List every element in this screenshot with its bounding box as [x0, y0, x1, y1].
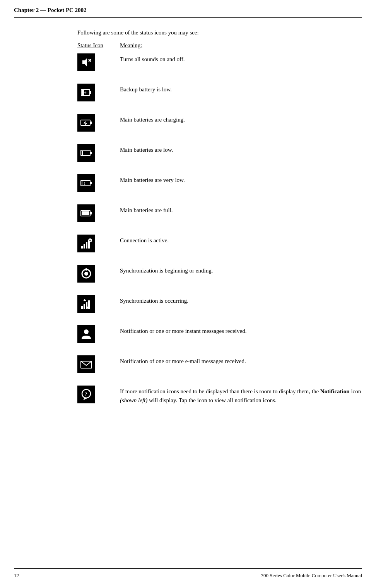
svg-rect-29	[86, 242, 87, 249]
battery-low-svg	[79, 146, 93, 160]
svg-rect-19	[90, 182, 92, 184]
svg-text:?: ?	[85, 391, 87, 397]
charging-svg	[79, 116, 93, 130]
overflow-text-middle: icon	[350, 388, 361, 394]
overflow-text-after: will display. Tap the icon to view all n…	[147, 397, 276, 403]
status-row-charging: Main batteries are charging.	[77, 112, 362, 135]
content-area: Following are some of the status icons y…	[0, 18, 376, 437]
svg-text:+: +	[89, 238, 91, 243]
icon-cell-battery-low	[77, 142, 112, 162]
status-row-sync-occurring: Synchronization is occurring.	[77, 293, 362, 317]
main-battery-low-icon	[77, 144, 95, 162]
col-icon-header: Status Icon	[77, 42, 112, 49]
icon-cell-overflow: ?	[77, 384, 112, 403]
icon-cell-sound	[77, 52, 112, 71]
sync-occurring-svg	[79, 297, 93, 311]
status-row-backup-battery: + Backup battery is low.	[77, 82, 362, 105]
overflow-text-bold: Notification	[320, 388, 350, 394]
meaning-battery-low: Main batteries are low.	[112, 142, 362, 154]
main-battery-full-icon	[77, 204, 95, 222]
overflow-text-italic: (shown left)	[120, 397, 147, 403]
svg-rect-46	[79, 357, 93, 371]
svg-rect-28	[84, 244, 85, 249]
icon-cell-battery-very-low: !	[77, 173, 112, 192]
footer-manual-title: 700 Series Color Mobile Computer User's …	[261, 573, 362, 579]
status-row-overflow: ? If more notification icons need to be …	[77, 384, 362, 407]
meaning-sound: Turns all sounds on and off.	[112, 52, 362, 64]
status-row-notification-msg: Notification or one or more instant mess…	[77, 324, 362, 347]
sound-toggle-icon	[77, 53, 95, 71]
status-row-battery-low: Main batteries are low.	[77, 142, 362, 166]
status-row-battery-full: Main batteries are full.	[77, 203, 362, 226]
icon-cell-charging	[77, 112, 112, 132]
sync-occurring-icon	[77, 295, 95, 313]
icon-cell-notification-msg	[77, 324, 112, 343]
connection-svg: +	[79, 237, 93, 250]
status-row-sync-begin: Synchronization is beginning or ending.	[77, 263, 362, 286]
overflow-text-before: If more notification icons need to be di…	[120, 388, 320, 394]
meaning-battery-full: Main batteries are full.	[112, 203, 362, 215]
notification-msg-svg	[79, 327, 93, 341]
em-dash: —	[39, 7, 48, 13]
icon-cell-connection: +	[77, 233, 112, 252]
status-row-sound: Turns all sounds on and off.	[77, 52, 362, 75]
icon-cell-email	[77, 354, 112, 373]
meaning-battery-very-low: Main batteries are very low.	[112, 173, 362, 185]
col-meaning-header: Meaning:	[112, 42, 362, 49]
svg-point-36	[85, 268, 87, 271]
status-row-battery-very-low: ! Main batteries are very low.	[77, 173, 362, 196]
status-table: Status Icon Meaning: Turns all sounds on…	[77, 42, 362, 407]
svg-point-35	[84, 272, 88, 276]
icon-cell-sync-occurring	[77, 293, 112, 313]
footer-page-number: 12	[14, 573, 19, 579]
footer-divider	[14, 568, 362, 569]
svg-rect-39	[84, 304, 85, 309]
svg-text:!: !	[84, 180, 85, 186]
email-notification-icon	[77, 355, 95, 373]
meaning-backup-battery: Backup battery is low.	[112, 82, 362, 94]
status-row-connection: + Connection is active.	[77, 233, 362, 256]
page-footer: 12 700 Series Color Mobile Computer User…	[0, 573, 376, 579]
meaning-charging: Main batteries are charging.	[112, 112, 362, 124]
svg-rect-6	[90, 91, 91, 94]
chapter-title: Chapter 2 — Pocket PC 2002	[14, 7, 87, 14]
svg-rect-16	[82, 151, 83, 155]
svg-rect-25	[82, 211, 89, 215]
status-row-email: Notification of one or more e-mail messa…	[77, 354, 362, 377]
svg-rect-15	[90, 152, 92, 154]
meaning-notification-msg: Notification or one or more instant mess…	[112, 324, 362, 336]
chapter-label: Chapter 2	[14, 7, 39, 13]
chapter-section-title: Pocket PC 2002	[48, 7, 87, 13]
meaning-overflow: If more notification icons need to be di…	[112, 384, 362, 405]
svg-rect-11	[90, 122, 92, 124]
svg-rect-27	[81, 246, 83, 249]
battery-very-low-svg: !	[79, 176, 93, 190]
sound-icon-svg	[79, 55, 93, 69]
svg-point-45	[84, 329, 89, 334]
meaning-sync-occurring: Synchronization is occurring.	[112, 293, 362, 305]
sync-beginning-ending-icon	[77, 265, 95, 283]
connection-active-icon: +	[77, 235, 95, 252]
icon-cell-sync-begin	[77, 263, 112, 283]
svg-rect-38	[81, 306, 83, 309]
icon-cell-battery-full	[77, 203, 112, 222]
intro-paragraph: Following are some of the status icons y…	[77, 29, 362, 36]
sync-begin-svg	[79, 267, 93, 281]
svg-rect-24	[90, 212, 92, 214]
meaning-connection: Connection is active.	[112, 233, 362, 245]
overflow-svg: ?	[79, 387, 93, 401]
table-header: Status Icon Meaning:	[77, 42, 362, 49]
battery-full-svg	[79, 206, 93, 220]
backup-battery-low-icon: +	[77, 84, 95, 101]
meaning-sync-begin: Synchronization is beginning or ending.	[112, 263, 362, 275]
svg-rect-20	[82, 181, 82, 185]
icon-cell-backup-battery: +	[77, 82, 112, 101]
backup-battery-svg: +	[79, 86, 93, 99]
meaning-email: Notification of one or more e-mail messa…	[112, 354, 362, 366]
main-battery-very-low-icon: !	[77, 174, 95, 192]
main-battery-charging-icon	[77, 114, 95, 132]
overflow-notification-icon: ?	[77, 386, 95, 403]
page-header: Chapter 2 — Pocket PC 2002	[0, 0, 376, 17]
notification-message-icon	[77, 325, 95, 343]
svg-text:+: +	[84, 90, 87, 96]
